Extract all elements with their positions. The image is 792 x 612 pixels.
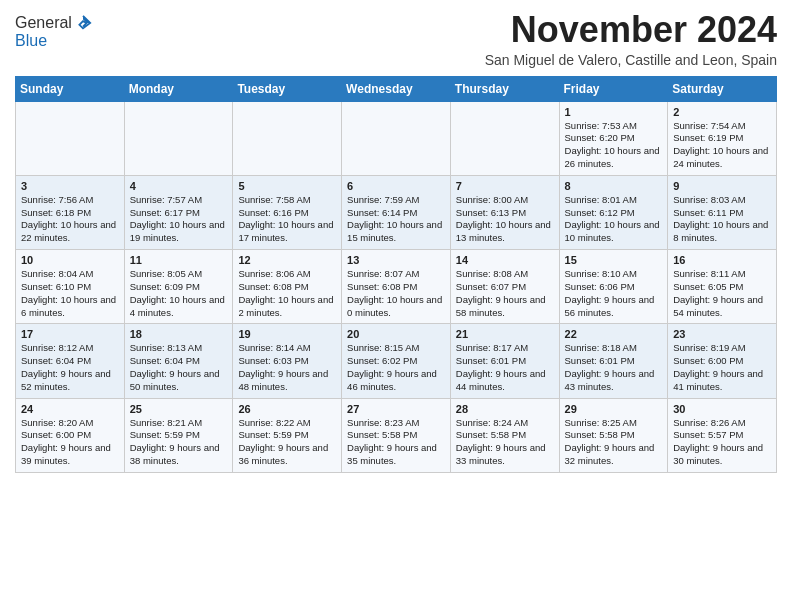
day-cell-16: 16Sunrise: 8:11 AM Sunset: 6:05 PM Dayli… — [668, 250, 777, 324]
day-info: Sunrise: 8:21 AM Sunset: 5:59 PM Dayligh… — [130, 417, 228, 468]
empty-cell — [450, 101, 559, 175]
calendar-week-1: 1Sunrise: 7:53 AM Sunset: 6:20 PM Daylig… — [16, 101, 777, 175]
day-cell-2: 2Sunrise: 7:54 AM Sunset: 6:19 PM Daylig… — [668, 101, 777, 175]
day-number: 12 — [238, 254, 336, 266]
day-cell-21: 21Sunrise: 8:17 AM Sunset: 6:01 PM Dayli… — [450, 324, 559, 398]
day-cell-10: 10Sunrise: 8:04 AM Sunset: 6:10 PM Dayli… — [16, 250, 125, 324]
day-info: Sunrise: 8:06 AM Sunset: 6:08 PM Dayligh… — [238, 268, 336, 319]
day-info: Sunrise: 7:58 AM Sunset: 6:16 PM Dayligh… — [238, 194, 336, 245]
day-info: Sunrise: 8:03 AM Sunset: 6:11 PM Dayligh… — [673, 194, 771, 245]
empty-cell — [233, 101, 342, 175]
logo-general-text: General — [15, 14, 72, 32]
calendar-week-3: 10Sunrise: 8:04 AM Sunset: 6:10 PM Dayli… — [16, 250, 777, 324]
day-info: Sunrise: 8:04 AM Sunset: 6:10 PM Dayligh… — [21, 268, 119, 319]
day-info: Sunrise: 8:26 AM Sunset: 5:57 PM Dayligh… — [673, 417, 771, 468]
day-number: 27 — [347, 403, 445, 415]
day-info: Sunrise: 8:12 AM Sunset: 6:04 PM Dayligh… — [21, 342, 119, 393]
day-info: Sunrise: 8:11 AM Sunset: 6:05 PM Dayligh… — [673, 268, 771, 319]
day-info: Sunrise: 7:56 AM Sunset: 6:18 PM Dayligh… — [21, 194, 119, 245]
day-number: 26 — [238, 403, 336, 415]
day-info: Sunrise: 7:54 AM Sunset: 6:19 PM Dayligh… — [673, 120, 771, 171]
day-number: 17 — [21, 328, 119, 340]
day-info: Sunrise: 8:17 AM Sunset: 6:01 PM Dayligh… — [456, 342, 554, 393]
day-cell-8: 8Sunrise: 8:01 AM Sunset: 6:12 PM Daylig… — [559, 175, 668, 249]
day-info: Sunrise: 8:22 AM Sunset: 5:59 PM Dayligh… — [238, 417, 336, 468]
day-number: 30 — [673, 403, 771, 415]
day-number: 11 — [130, 254, 228, 266]
col-header-tuesday: Tuesday — [233, 76, 342, 101]
day-number: 15 — [565, 254, 663, 266]
day-number: 14 — [456, 254, 554, 266]
day-cell-18: 18Sunrise: 8:13 AM Sunset: 6:04 PM Dayli… — [124, 324, 233, 398]
day-number: 20 — [347, 328, 445, 340]
day-number: 28 — [456, 403, 554, 415]
day-number: 22 — [565, 328, 663, 340]
day-cell-9: 9Sunrise: 8:03 AM Sunset: 6:11 PM Daylig… — [668, 175, 777, 249]
empty-cell — [342, 101, 451, 175]
day-cell-28: 28Sunrise: 8:24 AM Sunset: 5:58 PM Dayli… — [450, 398, 559, 472]
day-info: Sunrise: 7:59 AM Sunset: 6:14 PM Dayligh… — [347, 194, 445, 245]
day-info: Sunrise: 8:10 AM Sunset: 6:06 PM Dayligh… — [565, 268, 663, 319]
day-info: Sunrise: 8:14 AM Sunset: 6:03 PM Dayligh… — [238, 342, 336, 393]
calendar-week-2: 3Sunrise: 7:56 AM Sunset: 6:18 PM Daylig… — [16, 175, 777, 249]
day-info: Sunrise: 8:20 AM Sunset: 6:00 PM Dayligh… — [21, 417, 119, 468]
day-info: Sunrise: 8:00 AM Sunset: 6:13 PM Dayligh… — [456, 194, 554, 245]
day-info: Sunrise: 8:25 AM Sunset: 5:58 PM Dayligh… — [565, 417, 663, 468]
day-cell-5: 5Sunrise: 7:58 AM Sunset: 6:16 PM Daylig… — [233, 175, 342, 249]
day-number: 19 — [238, 328, 336, 340]
day-cell-19: 19Sunrise: 8:14 AM Sunset: 6:03 PM Dayli… — [233, 324, 342, 398]
col-header-friday: Friday — [559, 76, 668, 101]
day-number: 18 — [130, 328, 228, 340]
location-title: San Miguel de Valero, Castille and Leon,… — [485, 52, 777, 68]
day-info: Sunrise: 8:23 AM Sunset: 5:58 PM Dayligh… — [347, 417, 445, 468]
day-cell-12: 12Sunrise: 8:06 AM Sunset: 6:08 PM Dayli… — [233, 250, 342, 324]
day-number: 6 — [347, 180, 445, 192]
day-cell-27: 27Sunrise: 8:23 AM Sunset: 5:58 PM Dayli… — [342, 398, 451, 472]
calendar-table: SundayMondayTuesdayWednesdayThursdayFrid… — [15, 76, 777, 473]
day-cell-7: 7Sunrise: 8:00 AM Sunset: 6:13 PM Daylig… — [450, 175, 559, 249]
calendar-week-4: 17Sunrise: 8:12 AM Sunset: 6:04 PM Dayli… — [16, 324, 777, 398]
col-header-monday: Monday — [124, 76, 233, 101]
day-cell-4: 4Sunrise: 7:57 AM Sunset: 6:17 PM Daylig… — [124, 175, 233, 249]
col-header-saturday: Saturday — [668, 76, 777, 101]
day-number: 9 — [673, 180, 771, 192]
day-info: Sunrise: 8:18 AM Sunset: 6:01 PM Dayligh… — [565, 342, 663, 393]
day-number: 16 — [673, 254, 771, 266]
day-info: Sunrise: 8:05 AM Sunset: 6:09 PM Dayligh… — [130, 268, 228, 319]
col-header-wednesday: Wednesday — [342, 76, 451, 101]
day-cell-3: 3Sunrise: 7:56 AM Sunset: 6:18 PM Daylig… — [16, 175, 125, 249]
calendar-header-row: SundayMondayTuesdayWednesdayThursdayFrid… — [16, 76, 777, 101]
day-number: 4 — [130, 180, 228, 192]
day-info: Sunrise: 8:19 AM Sunset: 6:00 PM Dayligh… — [673, 342, 771, 393]
day-cell-14: 14Sunrise: 8:08 AM Sunset: 6:07 PM Dayli… — [450, 250, 559, 324]
col-header-thursday: Thursday — [450, 76, 559, 101]
day-cell-13: 13Sunrise: 8:07 AM Sunset: 6:08 PM Dayli… — [342, 250, 451, 324]
day-number: 7 — [456, 180, 554, 192]
day-cell-15: 15Sunrise: 8:10 AM Sunset: 6:06 PM Dayli… — [559, 250, 668, 324]
day-cell-17: 17Sunrise: 8:12 AM Sunset: 6:04 PM Dayli… — [16, 324, 125, 398]
day-cell-23: 23Sunrise: 8:19 AM Sunset: 6:00 PM Dayli… — [668, 324, 777, 398]
day-info: Sunrise: 7:57 AM Sunset: 6:17 PM Dayligh… — [130, 194, 228, 245]
logo-blue-text: Blue — [15, 32, 47, 50]
day-info: Sunrise: 8:15 AM Sunset: 6:02 PM Dayligh… — [347, 342, 445, 393]
title-block: November 2024 San Miguel de Valero, Cast… — [485, 10, 777, 68]
day-cell-26: 26Sunrise: 8:22 AM Sunset: 5:59 PM Dayli… — [233, 398, 342, 472]
month-title: November 2024 — [485, 10, 777, 50]
day-number: 2 — [673, 106, 771, 118]
empty-cell — [124, 101, 233, 175]
day-info: Sunrise: 8:13 AM Sunset: 6:04 PM Dayligh… — [130, 342, 228, 393]
day-number: 10 — [21, 254, 119, 266]
day-info: Sunrise: 8:07 AM Sunset: 6:08 PM Dayligh… — [347, 268, 445, 319]
logo: General Blue — [15, 10, 92, 50]
day-cell-24: 24Sunrise: 8:20 AM Sunset: 6:00 PM Dayli… — [16, 398, 125, 472]
day-cell-20: 20Sunrise: 8:15 AM Sunset: 6:02 PM Dayli… — [342, 324, 451, 398]
day-cell-1: 1Sunrise: 7:53 AM Sunset: 6:20 PM Daylig… — [559, 101, 668, 175]
day-cell-29: 29Sunrise: 8:25 AM Sunset: 5:58 PM Dayli… — [559, 398, 668, 472]
day-number: 3 — [21, 180, 119, 192]
day-number: 13 — [347, 254, 445, 266]
day-cell-30: 30Sunrise: 8:26 AM Sunset: 5:57 PM Dayli… — [668, 398, 777, 472]
calendar-week-5: 24Sunrise: 8:20 AM Sunset: 6:00 PM Dayli… — [16, 398, 777, 472]
day-cell-22: 22Sunrise: 8:18 AM Sunset: 6:01 PM Dayli… — [559, 324, 668, 398]
day-number: 5 — [238, 180, 336, 192]
day-info: Sunrise: 8:01 AM Sunset: 6:12 PM Dayligh… — [565, 194, 663, 245]
